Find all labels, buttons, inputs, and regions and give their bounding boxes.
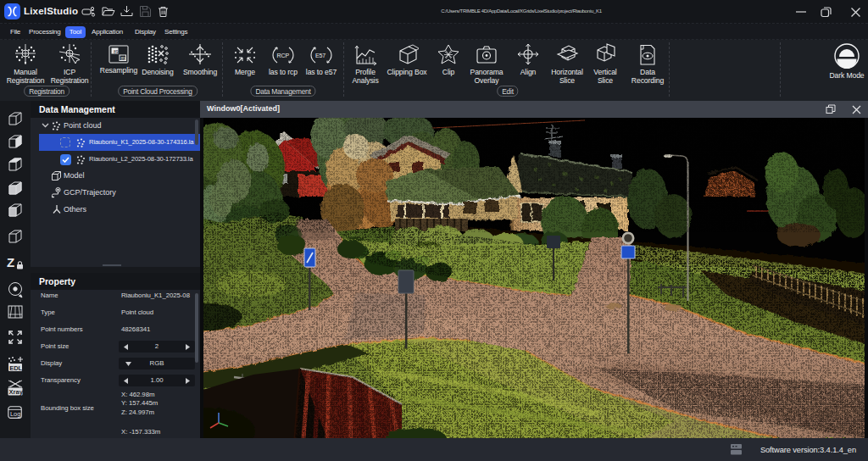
svg-text:Xray: Xray bbox=[9, 388, 24, 396]
svg-text:Log: Log bbox=[10, 410, 20, 418]
svg-text:E57: E57 bbox=[315, 53, 326, 58]
svg-text:EDL: EDL bbox=[9, 364, 22, 372]
svg-text:RCP: RCP bbox=[277, 53, 290, 58]
svg-text:89: 89 bbox=[114, 49, 119, 54]
svg-text:89: 89 bbox=[121, 56, 126, 61]
